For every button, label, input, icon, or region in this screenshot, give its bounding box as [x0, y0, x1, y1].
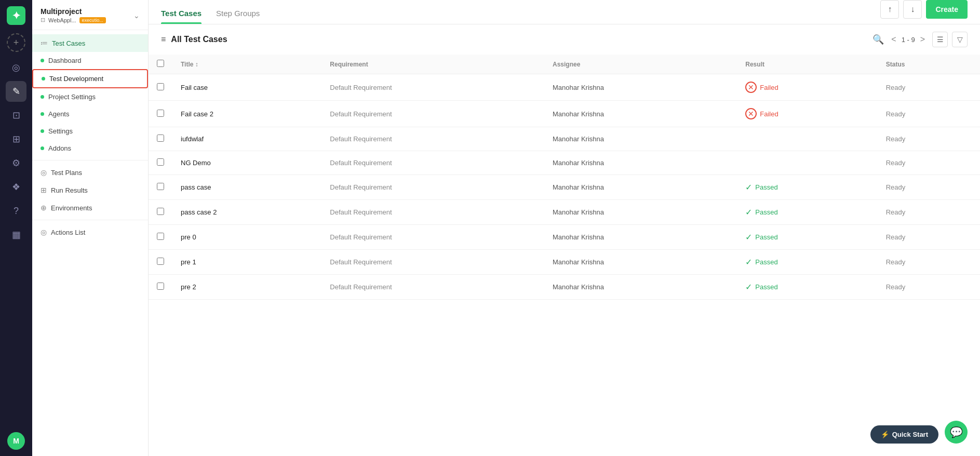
download-button[interactable]: ↓ — [903, 0, 922, 19]
row-assignee: Manohar Krishna — [544, 151, 737, 175]
sidebar-item-settings[interactable]: Settings — [32, 123, 148, 140]
row-title[interactable]: Fail case — [172, 74, 321, 101]
main-content: Test Cases Step Groups ↑ ↓ Create ≡ All … — [149, 0, 980, 456]
sidebar-item-project-settings[interactable]: Project Settings — [32, 88, 148, 105]
search-icon[interactable]: 🔍 — [872, 34, 884, 45]
sort-button[interactable]: ☰ — [932, 32, 948, 47]
result-passed: ✓Passed — [745, 182, 869, 192]
row-requirement: Default Requirement — [321, 151, 544, 175]
quick-start-button[interactable]: ⚡ Quick Start — [870, 425, 938, 444]
sidebar-item-test-development[interactable]: Test Development — [32, 69, 148, 88]
settings-nav-icon[interactable]: ⚙ — [6, 153, 26, 173]
sidebar-item-run-results[interactable]: ⊞ Run Results — [32, 181, 148, 199]
toolbar-left: ≡ All Test Cases — [161, 35, 227, 44]
calendar-nav-icon[interactable]: ▦ — [6, 224, 26, 245]
select-all-checkbox[interactable] — [157, 60, 164, 67]
failed-icon: ✕ — [745, 82, 757, 93]
upload-button[interactable]: ↑ — [880, 0, 899, 19]
test-cases-table: Title ↕ Requirement Assignee Result Stat… — [149, 55, 980, 300]
table-row: pre 2Default RequirementManohar Krishna✓… — [149, 275, 980, 300]
row-checkbox[interactable] — [157, 208, 164, 215]
sidebar-item-actions-list[interactable]: ◎ Actions List — [32, 223, 148, 241]
row-title[interactable]: pre 0 — [172, 225, 321, 250]
row-checkbox[interactable] — [157, 158, 164, 166]
result-passed: ✓Passed — [745, 232, 869, 242]
row-status: Ready — [878, 175, 980, 200]
tab-step-groups[interactable]: Step Groups — [216, 1, 260, 24]
row-status: Ready — [878, 225, 980, 250]
analytics-nav-icon[interactable]: ◎ — [6, 57, 26, 78]
result-passed-label: Passed — [755, 208, 777, 216]
row-checkbox[interactable] — [157, 283, 164, 290]
row-checkbox-cell — [149, 225, 172, 250]
row-checkbox[interactable] — [157, 135, 164, 142]
sidebar-item-label: Environments — [51, 204, 92, 212]
actions-list-icon: ◎ — [41, 228, 47, 236]
row-checkbox[interactable] — [157, 233, 164, 240]
row-status: Ready — [878, 275, 980, 300]
table-row: Fail caseDefault RequirementManohar Kris… — [149, 74, 980, 101]
sidebar-item-addons[interactable]: Addons — [32, 140, 148, 157]
menu-icon[interactable]: ≡ — [161, 35, 166, 44]
result-failed-label: Failed — [760, 110, 778, 118]
dashboard-dot — [41, 59, 44, 62]
sidebar: Multiproject ⊡ WebAppl... executio... ⌄ … — [32, 0, 149, 456]
sidebar-item-dashboard[interactable]: Dashboard — [32, 52, 148, 69]
row-status: Ready — [878, 200, 980, 225]
select-all-header — [149, 55, 172, 74]
row-status: Ready — [878, 151, 980, 175]
app-logo[interactable]: ✦ — [7, 6, 25, 25]
row-title[interactable]: pre 1 — [172, 250, 321, 275]
edit-nav-icon[interactable]: ✎ — [6, 81, 26, 102]
filter-button[interactable]: ▽ — [952, 32, 968, 47]
sidebar-item-label: Actions List — [51, 229, 85, 236]
row-title[interactable]: pass case 2 — [172, 200, 321, 225]
help-nav-icon[interactable]: ? — [6, 200, 26, 221]
sidebar-item-label: Dashboard — [48, 57, 82, 64]
sidebar-item-environments[interactable]: ⊕ Environments — [32, 199, 148, 217]
row-checkbox[interactable] — [157, 110, 164, 117]
sidebar-chevron-icon[interactable]: ⌄ — [133, 11, 140, 20]
sidebar-item-test-plans[interactable]: ◎ Test Plans — [32, 164, 148, 181]
briefcase-nav-icon[interactable]: ⊡ — [6, 105, 26, 126]
sidebar-item-agents[interactable]: Agents — [32, 105, 148, 123]
row-status: Ready — [878, 250, 980, 275]
test-cases-table-wrapper: Title ↕ Requirement Assignee Result Stat… — [149, 55, 980, 456]
result-passed-label: Passed — [755, 233, 777, 241]
avatar[interactable]: M — [7, 432, 25, 450]
row-checkbox[interactable] — [157, 258, 164, 265]
passed-icon: ✓ — [745, 207, 752, 217]
row-checkbox[interactable] — [157, 83, 164, 90]
result-failed: ✕Failed — [745, 82, 869, 93]
tab-test-cases[interactable]: Test Cases — [161, 1, 202, 24]
grid-nav-icon[interactable]: ⊞ — [6, 129, 26, 150]
puzzle-nav-icon[interactable]: ❖ — [6, 177, 26, 197]
add-workspace-button[interactable]: + — [7, 33, 25, 52]
row-result: ✕Failed — [737, 101, 877, 127]
requirement-column-header: Requirement — [321, 55, 544, 74]
row-title[interactable]: pass case — [172, 175, 321, 200]
prev-page-button[interactable]: < — [888, 34, 899, 45]
row-title[interactable]: NG Demo — [172, 151, 321, 175]
project-badge: executio... — [79, 17, 106, 23]
next-page-button[interactable]: > — [917, 34, 928, 45]
chat-button[interactable]: 💬 — [945, 421, 968, 444]
row-title[interactable]: pre 2 — [172, 275, 321, 300]
row-requirement: Default Requirement — [321, 74, 544, 101]
project-name: Multiproject — [41, 7, 106, 16]
row-result: ✓Passed — [737, 250, 877, 275]
result-failed-label: Failed — [760, 84, 778, 91]
row-checkbox-cell — [149, 74, 172, 101]
passed-icon: ✓ — [745, 282, 752, 292]
result-failed: ✕Failed — [745, 108, 869, 119]
row-result: ✓Passed — [737, 225, 877, 250]
test-cases-nav-icon: ≔ — [41, 39, 48, 47]
project-info: Multiproject ⊡ WebAppl... executio... — [41, 7, 106, 23]
sidebar-item-test-cases[interactable]: ≔ Test Cases — [32, 34, 148, 52]
create-button[interactable]: Create — [926, 0, 968, 19]
row-checkbox[interactable] — [157, 183, 164, 190]
row-assignee: Manohar Krishna — [544, 175, 737, 200]
row-title[interactable]: iufdwlaf — [172, 127, 321, 151]
row-checkbox-cell — [149, 200, 172, 225]
row-title[interactable]: Fail case 2 — [172, 101, 321, 127]
